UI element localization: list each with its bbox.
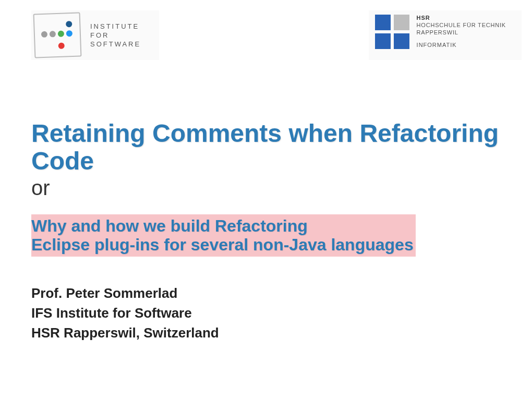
main-title: Retaining Comments when Refactoring Code xyxy=(31,120,516,175)
subtitle-highlight: Why and how we build Refactoring Eclipse… xyxy=(31,214,416,257)
hsr-text-line: HOCHSCHULE FÜR TECHNIK xyxy=(417,22,506,28)
hsr-logo: HSR HOCHSCHULE FÜR TECHNIK RAPPERSWIL IN… xyxy=(369,10,522,60)
dot-icon xyxy=(41,31,47,38)
author-block: Prof. Peter Sommerlad IFS Institute for … xyxy=(31,284,516,343)
square-icon xyxy=(375,15,391,30)
dot-icon xyxy=(66,30,72,37)
dot-icon xyxy=(58,43,65,49)
ifs-text-line: SOFTWARE xyxy=(90,40,141,48)
ifs-logo-text: INSTITUTE FOR SOFTWARE xyxy=(90,22,141,48)
ifs-logo: INSTITUTE FOR SOFTWARE xyxy=(31,10,159,60)
subtitle-line: Eclipse plug-ins for several non-Java la… xyxy=(31,235,414,254)
subtitle-line: Why and how we build Refactoring xyxy=(31,216,308,235)
hsr-text-line: RAPPERSWIL xyxy=(417,29,506,35)
author-affiliation: HSR Rapperswil, Switzerland xyxy=(31,323,516,343)
ifs-text-line: INSTITUTE xyxy=(90,22,141,30)
hsr-logo-text: HSR HOCHSCHULE FÜR TECHNIK RAPPERSWIL IN… xyxy=(417,15,506,56)
author-affiliation: IFS Institute for Software xyxy=(31,304,516,323)
square-icon xyxy=(394,15,409,30)
hsr-text-line: HSR xyxy=(417,15,506,21)
square-icon xyxy=(375,33,391,49)
header: INSTITUTE FOR SOFTWARE HSR HOCHSCHULE FÜ… xyxy=(0,0,532,60)
hsr-text-line: INFORMATIK xyxy=(417,42,506,48)
slide-content: Retaining Comments when Refactoring Code… xyxy=(0,60,532,343)
dot-icon xyxy=(58,31,64,37)
dot-icon xyxy=(66,21,72,27)
ifs-logo-frame xyxy=(33,12,82,58)
square-icon xyxy=(394,33,409,49)
conjunction-text: or xyxy=(31,176,516,200)
ifs-text-line: FOR xyxy=(90,31,141,39)
dot-icon xyxy=(50,31,56,37)
hsr-squares-icon xyxy=(375,15,409,56)
author-name: Prof. Peter Sommerlad xyxy=(31,284,516,304)
